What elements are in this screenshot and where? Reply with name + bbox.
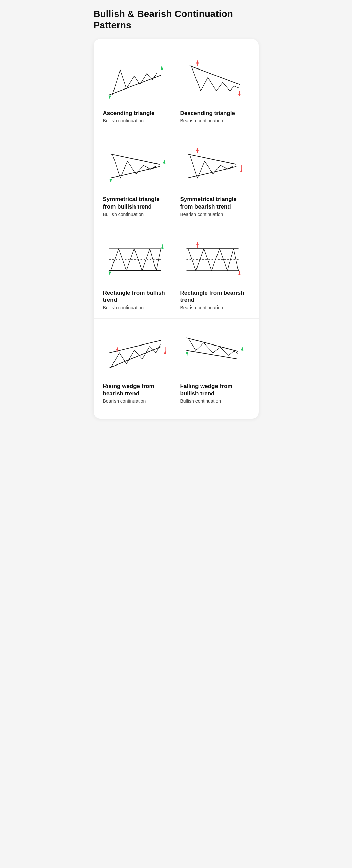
- pattern-type-rect-bullish: Bullish continuation: [103, 305, 172, 310]
- chart-rect-bearish: [180, 231, 249, 285]
- pattern-name-sym-tri-bullish: Symmetrical triangle from bullish trend: [103, 196, 172, 210]
- pattern-type-ascending-triangle: Bullish continuation: [103, 118, 172, 123]
- patterns-grid: Ascending triangle Bullish continuation: [99, 46, 253, 412]
- pattern-cell-ascending-triangle: Ascending triangle Bullish continuation: [99, 46, 176, 132]
- patterns-card: Ascending triangle Bullish continuation: [94, 39, 259, 419]
- pattern-name-rect-bullish: Rectangle from bullish trend: [103, 289, 172, 304]
- chart-descending-triangle: [180, 51, 249, 105]
- chart-ascending-triangle: [103, 51, 172, 105]
- pattern-cell-rect-bearish: Rectangle from bearish trend Bearish con…: [176, 225, 253, 319]
- svg-line-45: [186, 351, 238, 359]
- chart-sym-tri-bullish: [103, 137, 172, 192]
- pattern-type-sym-tri-bearish: Bearish continuation: [180, 212, 249, 217]
- pattern-type-rising-wedge: Bearish continuation: [103, 398, 172, 404]
- pattern-type-falling-wedge: Bullish continuation: [180, 398, 249, 404]
- pattern-cell-sym-tri-bullish: Symmetrical triangle from bullish trend …: [99, 132, 176, 225]
- pattern-type-descending-triangle: Bearish continuation: [180, 118, 249, 123]
- pattern-cell-rect-bullish: Rectangle from bullish trend Bullish con…: [99, 225, 176, 319]
- page-title: Bullish & Bearish Continuation Patterns: [94, 8, 259, 31]
- svg-line-18: [188, 154, 236, 164]
- pattern-name-rect-bearish: Rectangle from bearish trend: [180, 289, 249, 304]
- pattern-type-rect-bearish: Bearish continuation: [180, 305, 249, 310]
- pattern-cell-falling-wedge: Falling wedge from bullish trend Bullish…: [176, 319, 253, 412]
- pattern-name-falling-wedge: Falling wedge from bullish trend: [180, 382, 249, 397]
- svg-line-44: [186, 338, 238, 352]
- chart-falling-wedge: [180, 324, 249, 378]
- pattern-cell-sym-tri-bearish: Symmetrical triangle from bearish trend …: [176, 132, 253, 225]
- chart-rising-wedge: [103, 324, 172, 378]
- chart-rect-bullish: [103, 231, 172, 285]
- pattern-name-rising-wedge: Rising wedge from bearish trend: [103, 382, 172, 397]
- pattern-cell-descending-triangle: Descending triangle Bearish continuation: [176, 46, 253, 132]
- pattern-name-descending-triangle: Descending triangle: [180, 110, 249, 117]
- svg-line-1: [109, 75, 161, 95]
- pattern-type-sym-tri-bullish: Bullish continuation: [103, 212, 172, 217]
- svg-line-12: [111, 154, 160, 165]
- pattern-cell-rising-wedge: Rising wedge from bearish trend Bearish …: [99, 319, 176, 412]
- chart-sym-tri-bearish: [180, 137, 249, 192]
- pattern-name-ascending-triangle: Ascending triangle: [103, 110, 172, 117]
- pattern-name-sym-tri-bearish: Symmetrical triangle from bearish trend: [180, 196, 249, 210]
